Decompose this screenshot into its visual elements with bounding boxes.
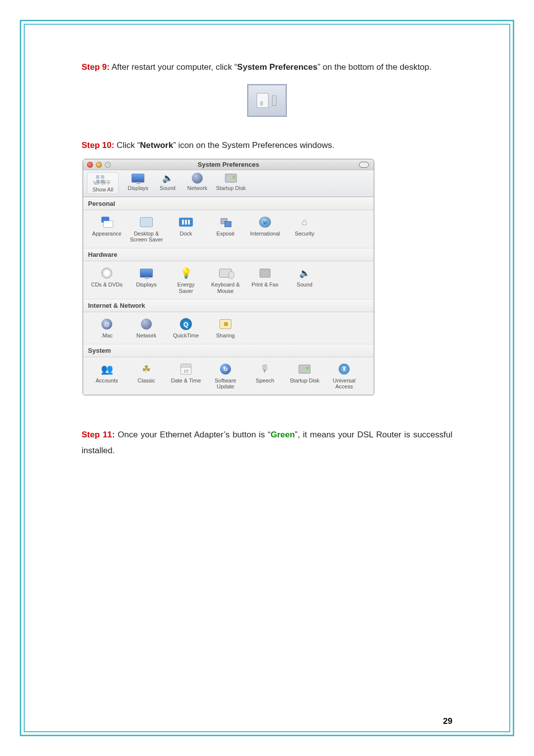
toolbar-displays[interactable]: Displays [125,172,151,191]
finder-icon [257,93,268,108]
pref-desktop-screensaver[interactable]: Desktop & Screen Saver [127,215,166,243]
cd-icon [101,268,112,279]
toolbar-sound[interactable]: 🔈 Sound [154,172,181,191]
pref-sharing-label: Sharing [216,332,235,339]
print-fax-icon [260,269,270,278]
keyboard-mouse-icon [219,269,232,278]
pref-sharing[interactable]: Sharing [206,317,245,339]
pref-sound[interactable]: 🔈Sound [285,266,324,294]
pref-sound-label: Sound [297,282,312,288]
desktop-icon [140,217,153,227]
step-11-green: Green [270,430,295,439]
step-11-paragraph: Step 11: Once your Ethernet Adapter’s bu… [82,427,452,459]
expose-icon [220,217,231,227]
apple-icon:  [271,93,277,108]
pref-software-update[interactable]: ↻Software Update [206,362,245,390]
pref-energy-saver[interactable]: 💡Energy Saver [166,266,206,294]
minimize-button[interactable] [96,162,102,168]
pref-cds-label: CDs & DVDs [91,282,123,288]
appearance-icon [100,217,113,228]
window-title: System Preferences [198,161,259,168]
sharing-icon [220,319,231,329]
pref-dock-label: Dock [179,231,192,237]
section-internet-network: Internet & Network @.Mac Network QQuickT… [83,299,374,344]
sound-icon-2: 🔈 [297,266,312,280]
show-all-icon: \uF8FF [93,174,113,186]
pref-keyboard-mouse[interactable]: Keyboard & Mouse [206,266,245,294]
pref-classic-label: Classic [137,378,155,384]
pref-dotmac[interactable]: @.Mac [87,317,127,339]
toolbar-toggle-button[interactable] [359,162,369,168]
step-10-paragraph: Step 10: Click “Network” icon on the Sys… [82,138,452,153]
pref-displays-label: Displays [136,282,157,288]
quicktime-icon: Q [180,318,192,330]
step-10-bold: Network [140,141,173,150]
pref-software-label: Software Update [215,378,236,390]
accounts-icon: 👥 [99,362,114,376]
pref-universal-label: Universal Access [333,378,356,390]
software-update-icon: ↻ [220,364,231,375]
close-button[interactable] [87,162,93,168]
step-11-label: Step 11: [82,430,115,439]
section-hardware-heading: Hardware [83,248,374,261]
toolbar: \uF8FF Show All Displays 🔈 Sound Network… [83,170,374,197]
displays-icon [132,174,144,183]
pref-appearance[interactable]: Appearance [87,215,127,243]
toolbar-startup-label: Startup Disk [216,185,246,191]
pref-universal-access[interactable]: ŦUniversal Access [324,362,364,390]
pref-quicktime[interactable]: QQuickTime [166,317,206,339]
pref-expose[interactable]: Exposé [206,215,245,243]
network-icon-2 [141,319,152,330]
page-number: 29 [443,716,452,726]
startup-disk-icon-2 [299,365,311,374]
pref-classic[interactable]: ☘Classic [127,362,166,390]
pref-datetime-label: Date & Time [171,378,201,384]
page-content: Step 9: After restart your computer, cli… [82,59,452,726]
pref-startup-label: Startup Disk [290,378,319,384]
startup-disk-icon [225,174,237,183]
dock-screenshot:  [247,84,287,117]
pref-dotmac-label: .Mac [101,332,113,339]
step-9-label: Step 9: [82,62,110,72]
pref-speech-label: Speech [256,378,274,384]
pref-network[interactable]: Network [127,317,166,339]
zoom-button[interactable] [105,162,111,168]
universal-access-icon: Ŧ [339,364,350,375]
pref-keyboard-label: Keyboard & Mouse [211,282,239,294]
pref-date-time[interactable]: 18Date & Time [166,362,206,390]
section-hardware: Hardware CDs & DVDs Displays 💡Energy Sav… [83,248,374,299]
window-controls [87,162,111,168]
section-personal-heading: Personal [83,197,374,210]
pref-expose-label: Exposé [217,231,235,237]
section-system-heading: System [83,344,374,357]
section-internet-heading: Internet & Network [83,299,374,312]
toolbar-show-all[interactable]: \uF8FF Show All [87,172,119,194]
system-preferences-window: System Preferences \uF8FF Show All Displ… [83,159,374,395]
pref-security[interactable]: ⌂Security [285,215,324,243]
step-10-text-1: Click “ [114,141,140,150]
step-9-paragraph: Step 9: After restart your computer, cli… [82,59,452,75]
pref-startup-disk[interactable]: Startup Disk [285,362,324,390]
pref-accounts[interactable]: 👥Accounts [87,362,127,390]
security-icon: ⌂ [297,215,312,229]
step-10-label: Step 10: [82,141,114,150]
pref-quicktime-label: QuickTime [173,332,199,339]
dock-icon [179,218,193,227]
pref-printfax-label: Print & Fax [252,282,278,288]
date-time-icon: 18 [180,364,191,375]
window-titlebar: System Preferences [83,159,374,170]
pref-desktop-label: Desktop & Screen Saver [130,231,163,243]
toolbar-startup-disk[interactable]: Startup Disk [214,172,248,191]
pref-displays[interactable]: Displays [127,266,166,294]
pref-print-fax[interactable]: Print & Fax [245,266,285,294]
pref-dock[interactable]: Dock [166,215,206,243]
step-10-text-2: ” icon on the System Preferences windows… [173,141,334,150]
step-9-text-2: ” on the bottom of the desktop. [317,62,432,72]
step-11-text-1: Once your Ethernet Adapter’s button is “ [115,430,270,439]
toolbar-network[interactable]: Network [184,172,211,191]
pref-speech[interactable]: 🎙Speech [245,362,285,390]
pref-international[interactable]: WInternational [245,215,285,243]
pref-energy-label: Energy Saver [178,282,195,294]
pref-accounts-label: Accounts [95,378,118,384]
pref-cds-dvds[interactable]: CDs & DVDs [87,266,127,294]
